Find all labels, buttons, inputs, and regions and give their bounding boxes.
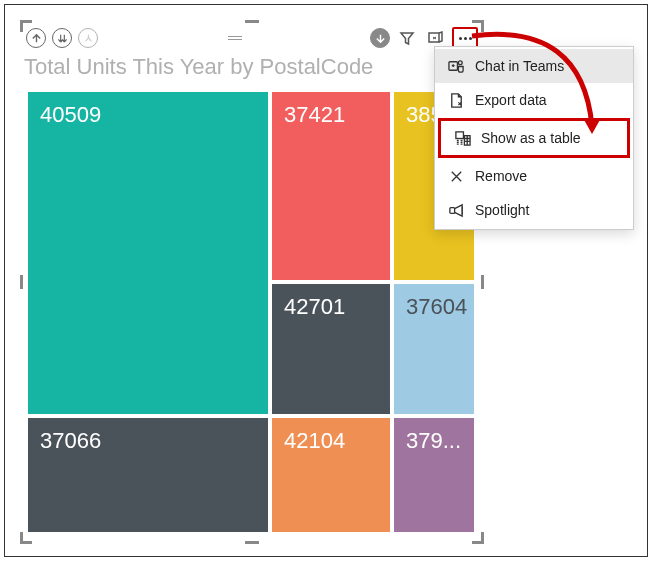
menu-remove[interactable]: Remove (435, 159, 633, 193)
menu-label: Remove (475, 168, 527, 184)
treemap-cell[interactable]: 40509 (28, 92, 268, 414)
treemap-cell[interactable]: 42104 (272, 418, 390, 532)
expand-icon[interactable] (78, 28, 98, 48)
treemap-chart[interactable]: 40509 37066 37421 42701 42104 38501 3760… (28, 92, 474, 532)
spotlight-icon (447, 201, 465, 219)
menu-spotlight[interactable]: Spotlight (435, 193, 633, 227)
treemap-cell[interactable]: 42701 (272, 284, 390, 414)
cell-label: 37421 (284, 102, 345, 127)
cell-label: 37066 (40, 428, 101, 453)
menu-show-table[interactable]: Show as a table (438, 118, 630, 158)
menu-label: Show as a table (481, 130, 581, 146)
cell-label: 379... (406, 428, 461, 453)
cell-label: 42104 (284, 428, 345, 453)
cell-label: 40509 (40, 102, 101, 127)
treemap-cell[interactable]: 37066 (28, 418, 268, 532)
treemap-cell[interactable]: 37421 (272, 92, 390, 280)
selection-handle[interactable] (245, 20, 259, 23)
menu-label: Spotlight (475, 202, 529, 218)
treemap-cell[interactable]: 379... (394, 418, 474, 532)
visual-container: Total Units This Year by PostalCode 4050… (22, 22, 482, 542)
drill-down-icon[interactable] (52, 28, 72, 48)
export-icon (447, 91, 465, 109)
svg-point-2 (458, 60, 462, 64)
next-level-icon[interactable] (370, 28, 390, 48)
table-icon (453, 129, 471, 147)
svg-rect-5 (449, 207, 454, 213)
cell-label: 37604 (406, 294, 467, 319)
menu-label: Export data (475, 92, 547, 108)
filter-icon[interactable] (396, 27, 418, 49)
selection-handle[interactable] (245, 541, 259, 544)
drill-up-icon[interactable] (26, 28, 46, 48)
svg-rect-3 (455, 131, 463, 138)
selection-corner (472, 532, 484, 544)
cell-label: 42701 (284, 294, 345, 319)
drag-handle-icon[interactable] (224, 36, 246, 40)
teams-icon (447, 57, 465, 75)
selection-handle[interactable] (20, 275, 23, 289)
menu-export-data[interactable]: Export data (435, 83, 633, 117)
menu-label: Chat in Teams (475, 58, 564, 74)
menu-chat-teams[interactable]: Chat in Teams (435, 49, 633, 83)
close-icon (447, 167, 465, 185)
treemap-cell[interactable]: 37604 (394, 284, 474, 414)
selection-corner (20, 532, 32, 544)
context-menu: Chat in Teams Export data Show as a tabl… (434, 46, 634, 230)
visual-toolbar (22, 24, 482, 52)
selection-handle[interactable] (481, 275, 484, 289)
chart-title: Total Units This Year by PostalCode (24, 54, 373, 80)
